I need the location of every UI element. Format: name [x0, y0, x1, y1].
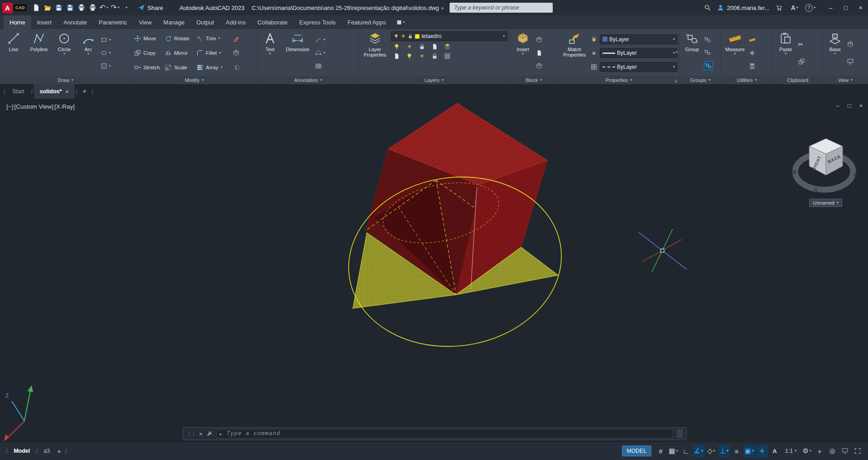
arc-button[interactable]: Arc▾ [77, 30, 99, 76]
match-properties-button[interactable]: Match Properties [560, 30, 589, 76]
file-tab-close-icon[interactable]: × [65, 88, 69, 95]
search-button[interactable] [702, 1, 713, 14]
groups-panel-label[interactable]: Groups▾ [680, 76, 721, 84]
command-line-bar[interactable]: ⋮⋮ × ▸ [183, 427, 687, 440]
layer-lock-button[interactable] [430, 43, 440, 51]
selection-caret-icon[interactable]: ▾ [752, 449, 754, 453]
fillet-button[interactable]: Fillet▾ [195, 49, 232, 57]
base-caret-icon[interactable]: ▾ [834, 52, 836, 56]
osnap-caret-icon[interactable]: ▾ [726, 449, 728, 453]
snap-mode-toggle[interactable]: ▦▾ [668, 445, 679, 457]
layer-on-button[interactable] [404, 52, 414, 60]
view-panel-label[interactable]: View▾ [823, 76, 868, 84]
command-input-field[interactable]: ▸ [216, 429, 673, 438]
arc-caret-icon[interactable]: ▾ [87, 52, 89, 56]
copy-button[interactable]: Copy [133, 49, 164, 57]
layer-isolate-button[interactable]: ☀ [404, 43, 414, 51]
base-view-button[interactable]: Base▾ [825, 30, 845, 76]
measure-button[interactable]: Measure▾ [723, 30, 747, 76]
rectangle-button[interactable]: ▾ [100, 36, 111, 43]
selection-cycling-toggle[interactable]: ▣▾ [744, 445, 755, 457]
autodesk-apps-button[interactable]: A▾ [789, 1, 800, 14]
compass-east-label[interactable]: E [854, 172, 858, 178]
paste-caret-icon[interactable]: ▾ [785, 52, 787, 56]
dynamic-ucs-toggle[interactable] [756, 445, 768, 457]
tab-view[interactable]: View [133, 15, 157, 29]
snap-caret-icon[interactable]: ▾ [676, 449, 678, 453]
save-button[interactable] [53, 1, 64, 14]
save-as-button[interactable] [64, 1, 76, 14]
minimize-button[interactable]: – [823, 0, 838, 15]
stretch-button[interactable]: Stretch [133, 64, 164, 71]
dimension-style-button[interactable]: ▾ [315, 49, 325, 57]
command-input[interactable] [226, 430, 669, 437]
line-button[interactable]: Line [2, 30, 25, 76]
draw-panel-label[interactable]: Draw▾ [0, 76, 131, 84]
tab-featured-apps[interactable]: Featured Apps [342, 15, 392, 29]
grid-display-toggle[interactable]: # [655, 445, 667, 457]
redo-caret-icon[interactable]: ▾ [118, 6, 119, 10]
layer-match-button[interactable] [442, 43, 452, 51]
object-color-dropdown[interactable]: ByLayer ▾ [600, 34, 678, 44]
scale-button[interactable]: Scale [164, 64, 195, 71]
layer-unisolate-button[interactable] [392, 52, 402, 60]
file-tab-solidos[interactable]: solidos*× [34, 84, 75, 99]
tab-manage[interactable]: Manage [157, 15, 190, 29]
insert-caret-icon[interactable]: ▾ [522, 52, 524, 56]
group-button[interactable]: Group [682, 30, 702, 76]
layer-unlock-button[interactable] [430, 52, 440, 60]
clean-screen-toggle[interactable] [852, 445, 863, 457]
write-block-button[interactable] [536, 49, 543, 57]
viewport-view-control[interactable]: [Custom View] [14, 103, 53, 110]
customization-button[interactable]: + [814, 445, 825, 457]
layer-on-bulb-icon[interactable] [394, 34, 399, 39]
measure-caret-icon[interactable]: ▾ [734, 52, 736, 56]
group-selection-toggle[interactable] [704, 61, 713, 70]
redo-button[interactable]: ↷▾ [109, 1, 121, 14]
layer-off-button[interactable] [392, 43, 402, 51]
hatch-button[interactable]: ▾ [100, 62, 111, 70]
help-search-input[interactable] [453, 4, 549, 11]
tab-annotate[interactable]: Annotate [57, 15, 93, 29]
text-button[interactable]: Text▾ [260, 30, 280, 76]
fillet-caret-icon[interactable]: ▾ [219, 51, 221, 55]
lineweight-dropdown[interactable]: ByLayer ▾ [600, 48, 678, 58]
layer-dropdown-caret-icon[interactable]: ▾ [503, 34, 505, 38]
new-drawing-tab-button[interactable]: + [78, 87, 90, 96]
isolate-objects-button[interactable]: ◎ [826, 445, 838, 457]
command-customize-wrench-icon[interactable] [206, 431, 213, 437]
block-editor-button[interactable] [536, 62, 543, 70]
circle-button[interactable]: Circle▾ [52, 30, 76, 76]
tab-insert[interactable]: Insert [31, 15, 58, 29]
app-menu-button[interactable]: A CAD [2, 3, 27, 13]
plot-button[interactable] [76, 1, 87, 14]
annotation-panel-label[interactable]: Annotation▾ [258, 76, 358, 84]
lineweight-display-toggle[interactable]: ≡ [731, 445, 743, 457]
viewport-close-button[interactable]: × [859, 102, 863, 109]
help-button[interactable]: ?▾ [804, 1, 816, 14]
ellipse-button[interactable]: ▾ [100, 49, 111, 57]
ortho-mode-toggle[interactable]: ∟ [680, 445, 692, 457]
tab-add-ins[interactable]: Add-ins [220, 15, 251, 29]
text-caret-icon[interactable]: ▾ [269, 52, 271, 56]
quick-measure-button[interactable] [749, 36, 756, 43]
trim-button[interactable]: Trim▾ [195, 35, 232, 42]
layer-color-swatch[interactable] [415, 34, 420, 39]
id-point-button[interactable] [749, 49, 756, 57]
open-file-button[interactable] [42, 1, 53, 14]
command-bar-grip[interactable]: ⋮⋮ [186, 431, 195, 437]
lineweight-list-icon[interactable]: ≡ [590, 50, 598, 57]
print-button[interactable] [87, 1, 98, 14]
layer-walk-button[interactable] [442, 52, 452, 60]
insert-button[interactable]: Insert▾ [512, 30, 534, 76]
quick-calc-button[interactable] [749, 62, 756, 70]
compass-west-label[interactable]: W [791, 169, 797, 176]
command-bar-close-icon[interactable]: × [199, 431, 203, 437]
viewport-minimize-button[interactable]: – [836, 102, 839, 109]
properties-overflow-icon[interactable]: » [675, 49, 678, 54]
leader-button[interactable]: ▾ [315, 36, 325, 43]
ribbon-display-toggle[interactable]: ▾ [397, 15, 405, 29]
array-caret-icon[interactable]: ▾ [220, 66, 222, 69]
new-layout-button[interactable]: + [54, 447, 64, 455]
close-button[interactable]: × [853, 0, 868, 15]
